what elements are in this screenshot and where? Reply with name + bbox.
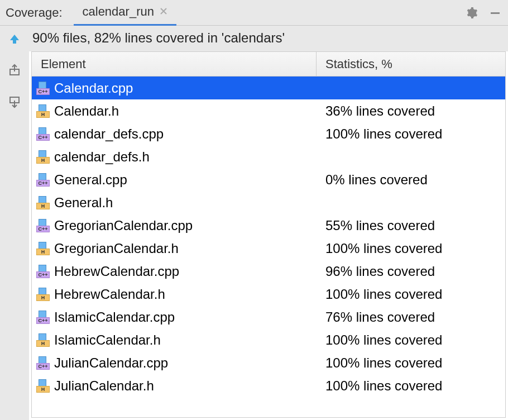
coverage-table: Element Statistics, % C++Calendar.cppHCa…: [31, 51, 506, 418]
cell-element: HGeneral.h: [32, 191, 317, 214]
cell-element: HGregorianCalendar.h: [32, 237, 317, 260]
table-row[interactable]: HGregorianCalendar.h100% lines covered: [32, 237, 505, 260]
header-file-icon: H: [36, 242, 50, 255]
file-name: IslamicCalendar.h: [54, 332, 161, 348]
file-name: General.cpp: [54, 172, 127, 188]
cell-stats: 100% lines covered: [317, 355, 505, 371]
cell-element: C++calendar_defs.cpp: [32, 122, 317, 145]
cpp-file-icon: C++: [36, 265, 50, 278]
column-header-element[interactable]: Element: [32, 52, 317, 76]
close-icon[interactable]: [160, 6, 167, 18]
table-row[interactable]: C++General.cpp0% lines covered: [32, 168, 505, 191]
cell-element: C++GregorianCalendar.cpp: [32, 214, 317, 237]
table-row[interactable]: C++GregorianCalendar.cpp55% lines covere…: [32, 214, 505, 237]
cell-stats: 100% lines covered: [317, 241, 505, 256]
header-file-icon: H: [36, 379, 50, 393]
file-name: Calendar.cpp: [54, 80, 133, 96]
coverage-summary: 90% files, 82% lines covered in 'calenda…: [29, 26, 508, 51]
toolbar-gutter: [0, 26, 29, 420]
arrow-up-icon[interactable]: [7, 31, 22, 47]
cell-stats: 100% lines covered: [317, 332, 505, 348]
file-name: HebrewCalendar.cpp: [54, 264, 179, 279]
file-name: HebrewCalendar.h: [54, 287, 165, 302]
table-row[interactable]: HIslamicCalendar.h100% lines covered: [32, 328, 505, 351]
cpp-file-icon: C++: [36, 356, 50, 370]
gear-icon[interactable]: [464, 6, 479, 20]
table-row[interactable]: HCalendar.h36% lines covered: [32, 99, 505, 122]
file-name: calendar_defs.cpp: [54, 126, 164, 142]
tab-label: calendar_run: [83, 4, 154, 19]
table-row[interactable]: C++calendar_defs.cpp100% lines covered: [32, 122, 505, 145]
export-up-icon[interactable]: [7, 63, 22, 78]
cpp-file-icon: C++: [36, 311, 50, 324]
cell-element: C++General.cpp: [32, 168, 317, 191]
table-row[interactable]: HGeneral.h: [32, 191, 505, 214]
file-name: General.h: [54, 195, 113, 211]
table-header: Element Statistics, %: [32, 52, 505, 77]
column-header-stats[interactable]: Statistics, %: [317, 57, 505, 71]
header-file-icon: H: [36, 288, 50, 301]
cell-element: C++JulianCalendar.cpp: [32, 351, 317, 374]
file-name: calendar_defs.h: [54, 149, 150, 165]
tab-coverage-run[interactable]: calendar_run: [74, 0, 176, 26]
cell-stats: 0% lines covered: [317, 172, 505, 188]
cell-element: HJulianCalendar.h: [32, 374, 317, 397]
cell-stats: 76% lines covered: [317, 309, 505, 325]
cell-element: C++HebrewCalendar.cpp: [32, 260, 317, 283]
cell-element: HIslamicCalendar.h: [32, 328, 317, 351]
panel-header: Coverage: calendar_run: [0, 0, 508, 26]
cpp-file-icon: C++: [36, 82, 50, 95]
cell-stats: 55% lines covered: [317, 218, 505, 233]
panel-title: Coverage:: [6, 6, 63, 20]
file-name: JulianCalendar.h: [54, 378, 154, 394]
cell-stats: 100% lines covered: [317, 378, 505, 394]
file-name: Calendar.h: [54, 103, 119, 119]
cell-stats: 100% lines covered: [317, 126, 505, 142]
cell-stats: 100% lines covered: [317, 287, 505, 302]
cell-stats: 36% lines covered: [317, 103, 505, 119]
cpp-file-icon: C++: [36, 219, 50, 232]
cell-element: C++IslamicCalendar.cpp: [32, 306, 317, 328]
table-row[interactable]: HHebrewCalendar.h100% lines covered: [32, 283, 505, 306]
svg-rect-0: [491, 12, 500, 14]
table-row[interactable]: HJulianCalendar.h100% lines covered: [32, 374, 505, 397]
import-down-icon[interactable]: [7, 94, 22, 109]
table-row[interactable]: C++HebrewCalendar.cpp96% lines covered: [32, 260, 505, 283]
table-row[interactable]: Hcalendar_defs.h: [32, 145, 505, 168]
file-name: IslamicCalendar.cpp: [54, 309, 175, 325]
minimize-icon[interactable]: [488, 6, 502, 20]
table-row[interactable]: C++IslamicCalendar.cpp76% lines covered: [32, 306, 505, 328]
cell-element: C++Calendar.cpp: [32, 77, 317, 99]
cpp-file-icon: C++: [36, 173, 50, 187]
header-file-icon: H: [36, 196, 50, 209]
cell-stats: 96% lines covered: [317, 264, 505, 279]
header-file-icon: H: [36, 333, 50, 347]
file-name: JulianCalendar.cpp: [54, 355, 168, 371]
cpp-file-icon: C++: [36, 127, 50, 141]
cell-element: HCalendar.h: [32, 99, 317, 122]
file-name: GregorianCalendar.h: [54, 241, 179, 256]
table-row[interactable]: C++Calendar.cpp: [32, 77, 505, 99]
header-file-icon: H: [36, 150, 50, 164]
table-row[interactable]: C++JulianCalendar.cpp100% lines covered: [32, 351, 505, 374]
cell-element: HHebrewCalendar.h: [32, 283, 317, 306]
cell-element: Hcalendar_defs.h: [32, 145, 317, 168]
header-file-icon: H: [36, 104, 50, 118]
file-name: GregorianCalendar.cpp: [54, 218, 193, 233]
